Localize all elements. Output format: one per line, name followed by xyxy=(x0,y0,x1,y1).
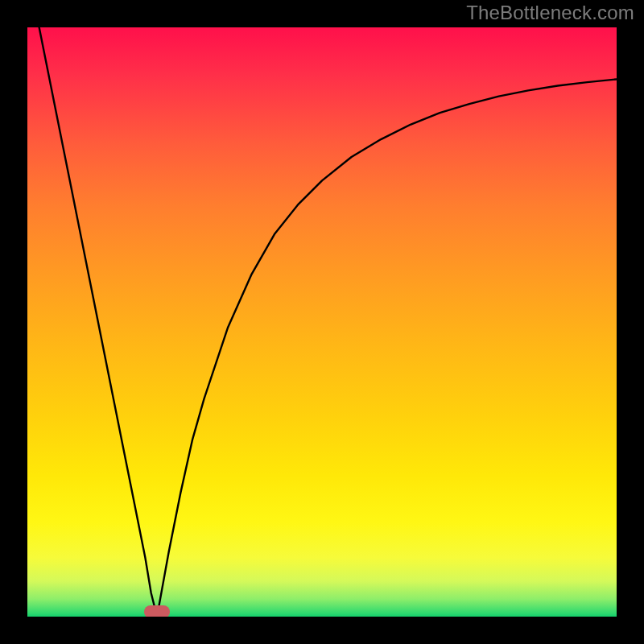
frame-left xyxy=(0,0,27,644)
watermark-text: TheBottleneck.com xyxy=(466,2,634,24)
curve-right-branch xyxy=(157,79,617,617)
curve-layer xyxy=(27,27,617,617)
minimum-marker xyxy=(144,605,170,617)
chart-stage: TheBottleneck.com xyxy=(0,0,644,644)
plot-area xyxy=(27,27,617,617)
frame-right xyxy=(617,0,644,644)
curve-left-branch xyxy=(39,27,157,617)
frame-bottom xyxy=(0,617,644,644)
